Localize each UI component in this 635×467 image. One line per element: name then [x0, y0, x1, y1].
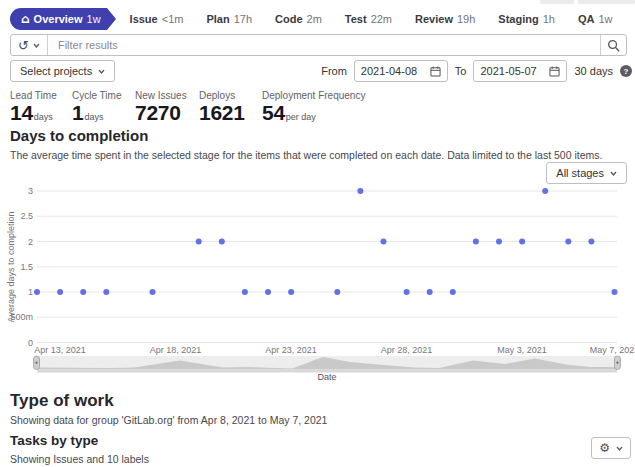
select-projects-dropdown[interactable]: Select projects [10, 60, 115, 82]
nav-stage-issue[interactable]: Issue <1m [130, 13, 184, 25]
metric-unit: days [34, 112, 53, 122]
metric-value: 54 [262, 102, 285, 124]
calendar-icon [549, 66, 560, 77]
chevron-down-icon [616, 446, 623, 451]
data-point[interactable] [196, 239, 202, 245]
data-point[interactable] [427, 289, 433, 295]
stage-duration: 2m [307, 13, 322, 25]
stage-duration: 1w [598, 13, 612, 25]
x-tick-label: Apr 13, 2021 [34, 345, 86, 355]
metric-lead-time: Lead Time 14days [10, 90, 57, 124]
metric-cycle-time: Cycle Time 1days [72, 90, 121, 124]
y-tick-label: 2.5 [20, 211, 33, 221]
stage-name: Code [275, 13, 303, 25]
data-point[interactable] [57, 289, 63, 295]
data-point[interactable] [612, 289, 618, 295]
data-point[interactable] [34, 289, 40, 295]
y-tick-label: 2 [28, 237, 33, 247]
nav-stage-staging[interactable]: Staging 1h [498, 13, 555, 25]
data-point[interactable] [542, 188, 548, 194]
data-point[interactable] [496, 239, 502, 245]
data-point[interactable] [450, 289, 456, 295]
x-axis-title: Date [317, 372, 336, 382]
tasks-by-type-title: Tasks by type [10, 433, 98, 448]
brush-handle-right-dot [616, 362, 618, 364]
data-point[interactable] [150, 289, 156, 295]
select-projects-label: Select projects [20, 65, 92, 77]
y-axis-title: Average days to completion [6, 212, 16, 323]
history-icon: ↺ [18, 39, 29, 52]
x-tick-label: May 3, 2021 [497, 345, 547, 355]
metric-new-issues: New Issues 7270 [135, 90, 187, 124]
search-button[interactable] [600, 35, 626, 55]
question-icon[interactable]: ? [620, 65, 632, 77]
data-point[interactable] [565, 239, 571, 245]
data-point[interactable] [103, 289, 109, 295]
data-point[interactable] [219, 239, 225, 245]
data-point[interactable] [334, 289, 340, 295]
to-label: To [455, 65, 467, 77]
chevron-down-icon [610, 171, 617, 176]
nav-stage-review[interactable]: Review 19h [415, 13, 475, 25]
from-label: From [321, 65, 347, 77]
metric-value: 1 [72, 102, 83, 124]
stage-path-nav: ⌂ Overview 1w Issue <1m Plan 17h Code 2m… [10, 8, 612, 30]
stage-name: QA [578, 13, 595, 25]
brush-handle-left-dot [35, 362, 37, 364]
cutoff-button-right [578, 0, 635, 4]
stage-duration: <1m [162, 13, 184, 25]
metric-value: 7270 [135, 102, 181, 124]
days-to-completion-description: The average time spent in the selected s… [10, 149, 602, 161]
to-date-value: 2021-05-07 [480, 65, 536, 77]
date-range-controls: From 2021-04-08 To 2021-05-07 30 days ? [321, 60, 632, 82]
search-icon [607, 39, 620, 52]
data-point[interactable] [80, 289, 86, 295]
metric-deployment-frequency: Deployment Frequency 54per day [262, 90, 365, 124]
nav-stage-code[interactable]: Code 2m [275, 13, 322, 25]
data-point[interactable] [357, 188, 363, 194]
filter-results-input[interactable] [48, 35, 600, 55]
stage-name: Test [345, 13, 367, 25]
x-tick-label: Apr 28, 2021 [381, 345, 433, 355]
data-point[interactable] [381, 239, 387, 245]
data-point[interactable] [588, 239, 594, 245]
stage-name: Issue [130, 13, 158, 25]
nav-stage-qa[interactable]: QA 1w [578, 13, 613, 25]
from-date-picker[interactable]: 2021-04-08 [354, 60, 448, 82]
stage-duration: 19h [457, 13, 475, 25]
label-settings-dropdown[interactable]: ⚙ [591, 437, 631, 459]
stage-filter-dropdown[interactable]: All stages [546, 162, 627, 184]
chart-zoom-brush[interactable] [34, 356, 621, 373]
x-tick-label: May 7, 2021 [590, 345, 635, 355]
stage-name: Staging [498, 13, 538, 25]
to-date-picker[interactable]: 2021-05-07 [473, 60, 567, 82]
data-point[interactable] [265, 289, 271, 295]
metric-unit: days [84, 112, 103, 122]
data-point[interactable] [404, 289, 410, 295]
nav-stage-test[interactable]: Test 22m [345, 13, 392, 25]
stage-duration: 22m [371, 13, 392, 25]
y-tick-label: 0 [28, 338, 33, 348]
metric-label: Deploys [199, 90, 246, 101]
y-tick-label: 1.5 [20, 262, 33, 272]
overview-duration: 1w [87, 13, 101, 25]
metric-label: Lead Time [10, 90, 57, 101]
calendar-icon [430, 66, 441, 77]
y-tick-label: 1 [28, 287, 33, 297]
from-date-value: 2021-04-08 [361, 65, 417, 77]
filter-history-dropdown[interactable]: ↺ [11, 35, 48, 55]
value-stream-analytics-page: ⌂ Overview 1w Issue <1m Plan 17h Code 2m… [0, 0, 635, 467]
chevron-down-icon [98, 69, 105, 74]
nav-stage-plan[interactable]: Plan 17h [206, 13, 252, 25]
data-point[interactable] [288, 289, 294, 295]
cutoff-button-left [540, 0, 574, 4]
data-point[interactable] [519, 239, 525, 245]
nav-overview-tab[interactable]: ⌂ Overview 1w [10, 8, 107, 30]
stage-name: Review [415, 13, 453, 25]
data-point[interactable] [473, 239, 479, 245]
x-tick-label: Apr 23, 2021 [265, 345, 317, 355]
data-point[interactable] [242, 289, 248, 295]
days-to-completion-title: Days to completion [10, 127, 148, 144]
metric-value: 14 [10, 102, 33, 124]
type-of-work-subtitle: Showing data for group 'GitLab.org' from… [10, 414, 327, 426]
